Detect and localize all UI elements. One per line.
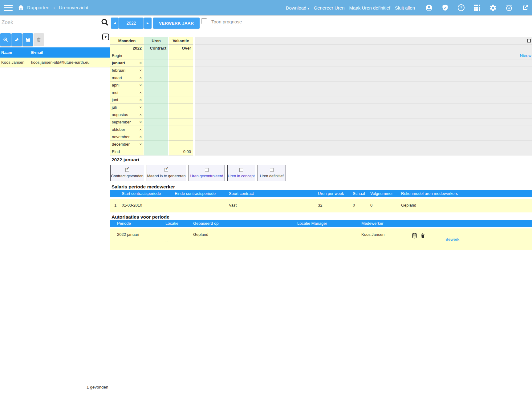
- month-uren-cell[interactable]: [144, 74, 169, 82]
- month-row[interactable]: juni×: [110, 96, 532, 104]
- month-uren-cell[interactable]: [144, 141, 169, 148]
- month-vakantie-cell[interactable]: [169, 133, 193, 141]
- month-vakantie-cell[interactable]: [169, 89, 193, 96]
- sluit-allen-button[interactable]: Sluit allen: [395, 5, 415, 10]
- checked-checkbox-icon[interactable]: [125, 168, 129, 172]
- remove-month-icon[interactable]: ×: [139, 120, 144, 124]
- month-row[interactable]: oktober×: [110, 126, 532, 133]
- column-header-email: E-mail: [31, 47, 43, 58]
- unchecked-checkbox-icon[interactable]: [270, 168, 274, 172]
- month-row[interactable]: mei×: [110, 89, 532, 96]
- month-uren-cell[interactable]: [144, 119, 169, 126]
- apps-grid-icon[interactable]: [473, 4, 481, 12]
- verwerk-jaar-button[interactable]: VERWERK JAAR: [153, 18, 200, 29]
- month-row[interactable]: februari×: [110, 67, 532, 74]
- month-uren-cell[interactable]: [144, 133, 169, 141]
- next-year-button[interactable]: ▶: [144, 18, 152, 29]
- status-card-label[interactable]: Uren gecontroleerd: [190, 174, 223, 178]
- remove-month-icon[interactable]: ×: [139, 135, 144, 139]
- autorisatie-row[interactable]: 2022 januari .. Gepland Koos Jansen Bewe…: [110, 228, 532, 250]
- genereer-uren-button[interactable]: Genereer Uren: [314, 5, 344, 10]
- nieuw-link[interactable]: Nieuw: [520, 53, 531, 58]
- remove-month-icon[interactable]: ×: [139, 105, 144, 110]
- month-row[interactable]: april×: [110, 82, 532, 89]
- month-uren-cell[interactable]: [144, 67, 169, 74]
- timer-add-icon[interactable]: [505, 4, 513, 12]
- save-icon[interactable]: [22, 33, 33, 46]
- salaris-row[interactable]: 1 01-03-2010 Vast 32 0 0 Gepland: [110, 199, 532, 212]
- month-row[interactable]: december×: [110, 141, 532, 148]
- delete-icon[interactable]: [34, 33, 44, 46]
- eind-label: Eind: [110, 148, 144, 155]
- account-icon[interactable]: [425, 4, 433, 12]
- checked-checkbox-icon[interactable]: [164, 168, 168, 172]
- month-vakantie-cell[interactable]: [169, 59, 193, 67]
- month-vakantie-cell[interactable]: [169, 126, 193, 133]
- remove-month-icon[interactable]: ×: [139, 61, 144, 65]
- breadcrumb-section[interactable]: Rapporten: [27, 5, 49, 10]
- month-row[interactable]: september×: [110, 119, 532, 126]
- employee-name: Koos Jansen: [1, 58, 24, 67]
- month-uren-cell[interactable]: [144, 89, 169, 96]
- month-uren-cell[interactable]: [144, 104, 169, 111]
- maak-uren-definitief-button[interactable]: Maak Uren definitief: [349, 5, 390, 10]
- unchecked-checkbox-icon[interactable]: [205, 168, 209, 172]
- status-card-label[interactable]: Uren in concept: [228, 174, 255, 178]
- month-vakantie-cell[interactable]: [169, 111, 193, 119]
- unchecked-checkbox-icon[interactable]: [239, 168, 243, 172]
- month-vakantie-cell[interactable]: [169, 67, 193, 74]
- menu-icon[interactable]: [4, 5, 13, 11]
- database-icon[interactable]: [411, 232, 418, 240]
- employee-row[interactable]: Koos Jansen koos.jansen-old@future-earth…: [0, 58, 110, 67]
- month-uren-cell[interactable]: [144, 82, 169, 89]
- remove-month-icon[interactable]: ×: [139, 83, 144, 87]
- year-display[interactable]: 2022: [119, 18, 144, 29]
- remove-month-icon[interactable]: ×: [139, 75, 144, 80]
- download-menu[interactable]: Download▾: [286, 5, 309, 10]
- help-icon[interactable]: ?: [457, 4, 465, 12]
- autorisatie-row-checkbox[interactable]: [103, 236, 108, 241]
- month-row[interactable]: november×: [110, 133, 532, 141]
- shield-check-icon[interactable]: [441, 4, 449, 12]
- settings-icon[interactable]: [489, 4, 497, 12]
- month-uren-cell[interactable]: [144, 96, 169, 104]
- toon-prognose-checkbox[interactable]: [201, 18, 207, 24]
- zoom-in-icon[interactable]: [0, 33, 11, 46]
- previous-year-button[interactable]: ◀: [111, 18, 119, 29]
- months-subheader-row: 2022 Contract Over: [110, 45, 532, 52]
- breadcrumb-separator: ›: [53, 5, 55, 10]
- column-header-maanden: Maanden: [110, 37, 144, 45]
- column-header-locatie: Locatie: [165, 220, 178, 227]
- remove-month-icon[interactable]: ×: [139, 112, 144, 117]
- month-row[interactable]: januari×: [110, 59, 532, 67]
- delete-icon[interactable]: [420, 232, 427, 240]
- home-icon[interactable]: [17, 4, 25, 11]
- select-all-checkbox[interactable]: [527, 39, 531, 42]
- salaris-row-checkbox[interactable]: [103, 203, 108, 208]
- status-card: Contract gevonden: [110, 165, 144, 181]
- remove-month-icon[interactable]: ×: [139, 98, 144, 102]
- list-options-dropdown[interactable]: ▼: [102, 34, 109, 40]
- bewerk-link[interactable]: Bewerk: [445, 237, 459, 242]
- remove-month-icon[interactable]: ×: [139, 142, 144, 147]
- month-row[interactable]: maart×: [110, 74, 532, 82]
- month-vakantie-cell[interactable]: [169, 104, 193, 111]
- open-in-new-icon[interactable]: [521, 4, 529, 12]
- month-vakantie-cell[interactable]: [169, 82, 193, 89]
- month-uren-cell[interactable]: [144, 111, 169, 119]
- month-vakantie-cell[interactable]: [169, 96, 193, 104]
- month-uren-cell[interactable]: [144, 126, 169, 133]
- month-row[interactable]: juli×: [110, 104, 532, 111]
- remove-month-icon[interactable]: ×: [139, 90, 144, 95]
- remove-month-icon[interactable]: ×: [139, 127, 144, 132]
- month-row[interactable]: augustus×: [110, 111, 532, 119]
- toon-prognose-label[interactable]: Toon prognose: [211, 19, 242, 24]
- search-icon[interactable]: [100, 18, 109, 26]
- month-vakantie-cell[interactable]: [169, 74, 193, 82]
- month-uren-cell[interactable]: [144, 59, 169, 67]
- eraser-icon[interactable]: [11, 33, 22, 46]
- month-vakantie-cell[interactable]: [169, 141, 193, 148]
- month-vakantie-cell[interactable]: [169, 119, 193, 126]
- remove-month-icon[interactable]: ×: [139, 68, 144, 73]
- search-input[interactable]: [0, 16, 110, 29]
